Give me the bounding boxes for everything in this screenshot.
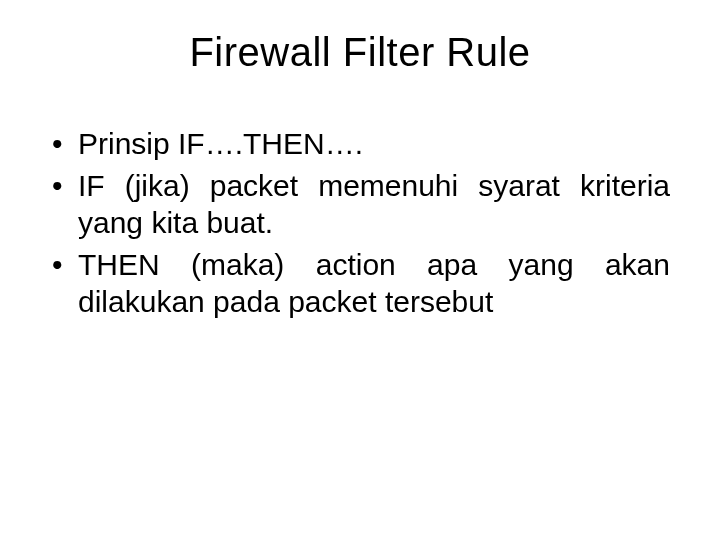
- slide: Firewall Filter Rule Prinsip IF….THEN…. …: [0, 0, 720, 540]
- list-item: Prinsip IF….THEN….: [50, 125, 670, 163]
- bullet-list: Prinsip IF….THEN…. IF (jika) packet meme…: [50, 125, 670, 321]
- list-item: IF (jika) packet memenuhi syarat kriteri…: [50, 167, 670, 242]
- list-item: THEN (maka) action apa yang akan dilakuk…: [50, 246, 670, 321]
- slide-title: Firewall Filter Rule: [40, 30, 680, 75]
